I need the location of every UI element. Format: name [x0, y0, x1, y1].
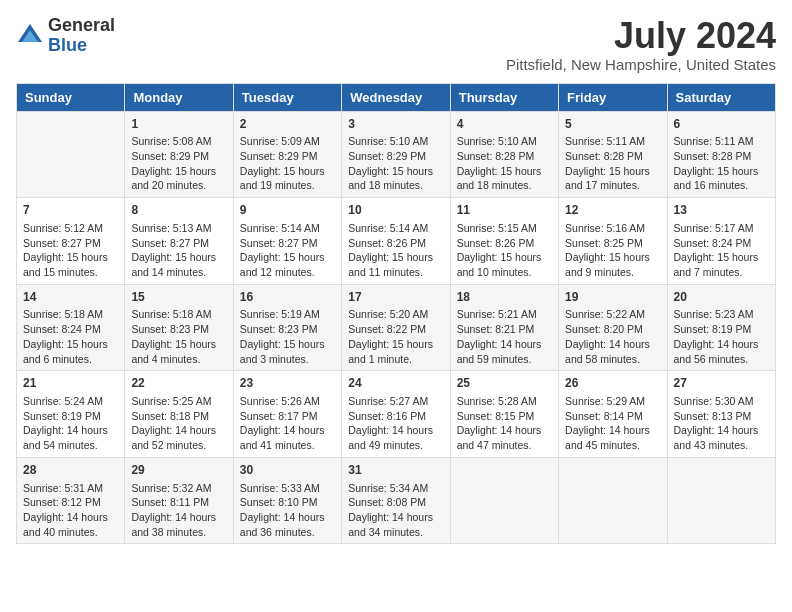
logo-icon [16, 22, 44, 50]
day-info: Sunrise: 5:13 AM Sunset: 8:27 PM Dayligh… [131, 221, 226, 280]
calendar-week-row: 21Sunrise: 5:24 AM Sunset: 8:19 PM Dayli… [17, 371, 776, 458]
table-row: 8Sunrise: 5:13 AM Sunset: 8:27 PM Daylig… [125, 198, 233, 285]
table-row: 27Sunrise: 5:30 AM Sunset: 8:13 PM Dayli… [667, 371, 775, 458]
header: General Blue July 2024 Pittsfield, New H… [16, 16, 776, 73]
day-info: Sunrise: 5:25 AM Sunset: 8:18 PM Dayligh… [131, 394, 226, 453]
table-row: 19Sunrise: 5:22 AM Sunset: 8:20 PM Dayli… [559, 284, 667, 371]
day-number: 2 [240, 116, 335, 133]
day-number: 27 [674, 375, 769, 392]
calendar-header: Sunday Monday Tuesday Wednesday Thursday… [17, 83, 776, 111]
day-info: Sunrise: 5:09 AM Sunset: 8:29 PM Dayligh… [240, 134, 335, 193]
day-info: Sunrise: 5:22 AM Sunset: 8:20 PM Dayligh… [565, 307, 660, 366]
day-info: Sunrise: 5:14 AM Sunset: 8:26 PM Dayligh… [348, 221, 443, 280]
day-info: Sunrise: 5:08 AM Sunset: 8:29 PM Dayligh… [131, 134, 226, 193]
day-number: 15 [131, 289, 226, 306]
day-number: 10 [348, 202, 443, 219]
table-row: 22Sunrise: 5:25 AM Sunset: 8:18 PM Dayli… [125, 371, 233, 458]
header-sunday: Sunday [17, 83, 125, 111]
header-thursday: Thursday [450, 83, 558, 111]
logo: General Blue [16, 16, 115, 56]
table-row: 24Sunrise: 5:27 AM Sunset: 8:16 PM Dayli… [342, 371, 450, 458]
table-row: 14Sunrise: 5:18 AM Sunset: 8:24 PM Dayli… [17, 284, 125, 371]
day-number: 24 [348, 375, 443, 392]
day-info: Sunrise: 5:34 AM Sunset: 8:08 PM Dayligh… [348, 481, 443, 540]
day-info: Sunrise: 5:18 AM Sunset: 8:24 PM Dayligh… [23, 307, 118, 366]
day-number: 6 [674, 116, 769, 133]
day-info: Sunrise: 5:19 AM Sunset: 8:23 PM Dayligh… [240, 307, 335, 366]
day-number: 20 [674, 289, 769, 306]
day-number: 18 [457, 289, 552, 306]
day-number: 16 [240, 289, 335, 306]
table-row [667, 457, 775, 544]
day-number: 29 [131, 462, 226, 479]
calendar-subtitle: Pittsfield, New Hampshire, United States [506, 56, 776, 73]
day-info: Sunrise: 5:15 AM Sunset: 8:26 PM Dayligh… [457, 221, 552, 280]
day-info: Sunrise: 5:12 AM Sunset: 8:27 PM Dayligh… [23, 221, 118, 280]
calendar-week-row: 28Sunrise: 5:31 AM Sunset: 8:12 PM Dayli… [17, 457, 776, 544]
day-info: Sunrise: 5:17 AM Sunset: 8:24 PM Dayligh… [674, 221, 769, 280]
table-row: 26Sunrise: 5:29 AM Sunset: 8:14 PM Dayli… [559, 371, 667, 458]
day-number: 8 [131, 202, 226, 219]
day-number: 11 [457, 202, 552, 219]
day-number: 25 [457, 375, 552, 392]
table-row: 30Sunrise: 5:33 AM Sunset: 8:10 PM Dayli… [233, 457, 341, 544]
table-row: 6Sunrise: 5:11 AM Sunset: 8:28 PM Daylig… [667, 111, 775, 198]
day-info: Sunrise: 5:29 AM Sunset: 8:14 PM Dayligh… [565, 394, 660, 453]
table-row: 28Sunrise: 5:31 AM Sunset: 8:12 PM Dayli… [17, 457, 125, 544]
day-info: Sunrise: 5:28 AM Sunset: 8:15 PM Dayligh… [457, 394, 552, 453]
table-row: 17Sunrise: 5:20 AM Sunset: 8:22 PM Dayli… [342, 284, 450, 371]
day-number: 12 [565, 202, 660, 219]
day-info: Sunrise: 5:23 AM Sunset: 8:19 PM Dayligh… [674, 307, 769, 366]
day-number: 13 [674, 202, 769, 219]
table-row: 3Sunrise: 5:10 AM Sunset: 8:29 PM Daylig… [342, 111, 450, 198]
table-row [559, 457, 667, 544]
day-number: 5 [565, 116, 660, 133]
table-row: 1Sunrise: 5:08 AM Sunset: 8:29 PM Daylig… [125, 111, 233, 198]
day-number: 17 [348, 289, 443, 306]
day-number: 23 [240, 375, 335, 392]
table-row: 20Sunrise: 5:23 AM Sunset: 8:19 PM Dayli… [667, 284, 775, 371]
day-number: 21 [23, 375, 118, 392]
day-info: Sunrise: 5:24 AM Sunset: 8:19 PM Dayligh… [23, 394, 118, 453]
table-row: 4Sunrise: 5:10 AM Sunset: 8:28 PM Daylig… [450, 111, 558, 198]
table-row: 16Sunrise: 5:19 AM Sunset: 8:23 PM Dayli… [233, 284, 341, 371]
header-friday: Friday [559, 83, 667, 111]
table-row: 21Sunrise: 5:24 AM Sunset: 8:19 PM Dayli… [17, 371, 125, 458]
day-info: Sunrise: 5:16 AM Sunset: 8:25 PM Dayligh… [565, 221, 660, 280]
day-number: 14 [23, 289, 118, 306]
header-tuesday: Tuesday [233, 83, 341, 111]
day-info: Sunrise: 5:32 AM Sunset: 8:11 PM Dayligh… [131, 481, 226, 540]
day-number: 1 [131, 116, 226, 133]
day-info: Sunrise: 5:21 AM Sunset: 8:21 PM Dayligh… [457, 307, 552, 366]
calendar-week-row: 14Sunrise: 5:18 AM Sunset: 8:24 PM Dayli… [17, 284, 776, 371]
day-info: Sunrise: 5:14 AM Sunset: 8:27 PM Dayligh… [240, 221, 335, 280]
calendar-body: 1Sunrise: 5:08 AM Sunset: 8:29 PM Daylig… [17, 111, 776, 544]
table-row: 13Sunrise: 5:17 AM Sunset: 8:24 PM Dayli… [667, 198, 775, 285]
day-number: 3 [348, 116, 443, 133]
day-number: 4 [457, 116, 552, 133]
table-row: 12Sunrise: 5:16 AM Sunset: 8:25 PM Dayli… [559, 198, 667, 285]
day-info: Sunrise: 5:10 AM Sunset: 8:29 PM Dayligh… [348, 134, 443, 193]
day-info: Sunrise: 5:20 AM Sunset: 8:22 PM Dayligh… [348, 307, 443, 366]
header-wednesday: Wednesday [342, 83, 450, 111]
calendar-week-row: 1Sunrise: 5:08 AM Sunset: 8:29 PM Daylig… [17, 111, 776, 198]
calendar-title: July 2024 [506, 16, 776, 56]
table-row: 10Sunrise: 5:14 AM Sunset: 8:26 PM Dayli… [342, 198, 450, 285]
day-number: 9 [240, 202, 335, 219]
logo-general-text: General [48, 15, 115, 35]
title-section: July 2024 Pittsfield, New Hampshire, Uni… [506, 16, 776, 73]
day-info: Sunrise: 5:31 AM Sunset: 8:12 PM Dayligh… [23, 481, 118, 540]
day-info: Sunrise: 5:26 AM Sunset: 8:17 PM Dayligh… [240, 394, 335, 453]
day-number: 7 [23, 202, 118, 219]
table-row: 29Sunrise: 5:32 AM Sunset: 8:11 PM Dayli… [125, 457, 233, 544]
table-row: 31Sunrise: 5:34 AM Sunset: 8:08 PM Dayli… [342, 457, 450, 544]
header-monday: Monday [125, 83, 233, 111]
day-number: 22 [131, 375, 226, 392]
day-number: 30 [240, 462, 335, 479]
header-row: Sunday Monday Tuesday Wednesday Thursday… [17, 83, 776, 111]
calendar-week-row: 7Sunrise: 5:12 AM Sunset: 8:27 PM Daylig… [17, 198, 776, 285]
day-info: Sunrise: 5:11 AM Sunset: 8:28 PM Dayligh… [674, 134, 769, 193]
day-info: Sunrise: 5:18 AM Sunset: 8:23 PM Dayligh… [131, 307, 226, 366]
table-row: 5Sunrise: 5:11 AM Sunset: 8:28 PM Daylig… [559, 111, 667, 198]
calendar-table: Sunday Monday Tuesday Wednesday Thursday… [16, 83, 776, 545]
